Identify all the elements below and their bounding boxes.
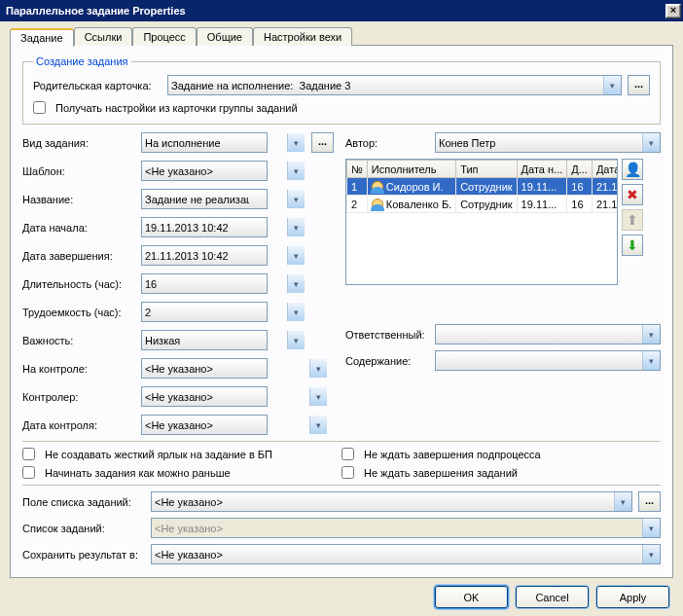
cb-hardlink-label: Не создавать жесткий ярлык на задание в …: [45, 449, 272, 460]
duration-label: Длительность (час):: [22, 278, 135, 290]
template-label: Шаблон:: [22, 165, 135, 177]
footer-buttons: OK Cancel Apply: [10, 578, 673, 608]
th-num[interactable]: №: [347, 161, 368, 178]
tasklist-combo: [151, 518, 661, 538]
add-executor-button[interactable]: 👤: [622, 159, 643, 180]
cb-asap[interactable]: [22, 466, 35, 479]
window-title: Параллельное задание Properties: [6, 5, 665, 17]
left-column: Вид задания: ... Шаблон: Название: Дата …: [22, 132, 334, 435]
responsible-label: Ответственный:: [345, 329, 429, 341]
th-d1[interactable]: Дата н...: [517, 161, 567, 178]
th-type[interactable]: Тип: [456, 161, 517, 178]
ok-button[interactable]: OK: [435, 586, 508, 608]
th-d2[interactable]: Д...: [567, 161, 593, 178]
name-input[interactable]: [141, 189, 268, 209]
author-combo[interactable]: [435, 132, 661, 153]
group-legend: Создание задания: [33, 55, 131, 67]
listfield-browse-button[interactable]: ...: [638, 491, 661, 512]
tab-task[interactable]: Задание: [10, 28, 74, 47]
controller-combo[interactable]: [141, 386, 268, 407]
controldate-label: Дата контроля:: [22, 419, 135, 431]
type-browse-button[interactable]: ...: [311, 132, 334, 153]
executors-table[interactable]: № Исполнитель Тип Дата н... Д... Дата з.…: [345, 159, 618, 285]
oncontrol-combo[interactable]: [141, 358, 268, 379]
cb-waittask-label: Не ждать завершения заданий: [364, 467, 518, 479]
listfield-combo[interactable]: [151, 491, 632, 512]
right-column: Автор: № Исполнитель Тип Дата н... Д...: [345, 132, 661, 435]
author-label: Автор:: [345, 137, 429, 149]
cb-waitproc-label: Не ждать завершения подпроцесса: [364, 449, 541, 460]
inherit-settings-checkbox[interactable]: [33, 101, 46, 114]
end-label: Дата завершения:: [22, 250, 135, 262]
saveresult-combo[interactable]: [151, 544, 661, 564]
content-label: Содержание:: [345, 355, 429, 367]
move-down-button[interactable]: ⬇: [622, 235, 643, 256]
type-combo[interactable]: [141, 132, 268, 153]
table-row[interactable]: 2Коваленко Б.Сотрудник19.11...1621.11...: [347, 196, 619, 213]
content-combo[interactable]: [435, 350, 661, 371]
table-row[interactable]: 1Сидоров И.Сотрудник19.11...1621.11...: [347, 178, 619, 196]
importance-combo[interactable]: [141, 330, 268, 350]
cb-waitproc[interactable]: [342, 448, 354, 460]
delete-executor-button[interactable]: ✖: [622, 184, 643, 205]
th-d3[interactable]: Дата з...: [592, 161, 618, 178]
start-label: Дата начала:: [22, 222, 135, 234]
cb-hardlink[interactable]: [22, 448, 35, 460]
tasklist-label: Список заданий:: [22, 523, 145, 534]
listfield-label: Поле списка заданий:: [22, 496, 145, 508]
group-create-task: Создание задания Родительская карточка: …: [22, 55, 661, 125]
tabs: Задание Ссылки Процесс Общие Настройки в…: [10, 27, 673, 46]
parent-card-label: Родительская карточка:: [33, 80, 162, 91]
duration-input[interactable]: [141, 273, 268, 294]
window-body: Задание Ссылки Процесс Общие Настройки в…: [0, 21, 683, 616]
tab-links[interactable]: Ссылки: [74, 27, 133, 46]
tab-general[interactable]: Общие: [197, 27, 253, 46]
cb-waittask[interactable]: [342, 466, 354, 479]
parent-card-combo[interactable]: [167, 75, 622, 95]
template-combo[interactable]: [141, 161, 268, 181]
oncontrol-label: На контроле:: [22, 363, 135, 375]
table-side-buttons: 👤 ✖ ⬆ ⬇: [622, 159, 643, 285]
apply-button[interactable]: Apply: [596, 586, 669, 608]
tab-panel: Создание задания Родительская карточка: …: [10, 45, 673, 578]
name-label: Название:: [22, 194, 135, 205]
tab-process[interactable]: Процесс: [132, 27, 196, 46]
saveresult-label: Сохранить результат в:: [22, 549, 145, 561]
start-date-input[interactable]: [141, 217, 268, 237]
responsible-combo[interactable]: [435, 324, 661, 344]
cancel-button[interactable]: Cancel: [516, 586, 589, 608]
effort-input[interactable]: [141, 302, 268, 322]
move-up-button[interactable]: ⬆: [622, 209, 643, 231]
titlebar: Параллельное задание Properties ×: [0, 0, 683, 21]
controller-label: Контролер:: [22, 391, 135, 403]
type-label: Вид задания:: [22, 137, 135, 149]
parent-card-browse-button[interactable]: ...: [628, 75, 650, 95]
th-exec[interactable]: Исполнитель: [367, 161, 455, 178]
close-button[interactable]: ×: [665, 4, 681, 18]
controldate-combo[interactable]: [141, 415, 268, 435]
end-date-input[interactable]: [141, 245, 268, 266]
inherit-settings-label: Получать настройки из карточки группы за…: [55, 102, 298, 114]
cb-asap-label: Начинать задания как можно раньше: [45, 467, 231, 479]
tab-milestone[interactable]: Настройки вехи: [253, 27, 352, 46]
effort-label: Трудоемкость (час):: [22, 307, 135, 318]
importance-label: Важность:: [22, 335, 135, 346]
